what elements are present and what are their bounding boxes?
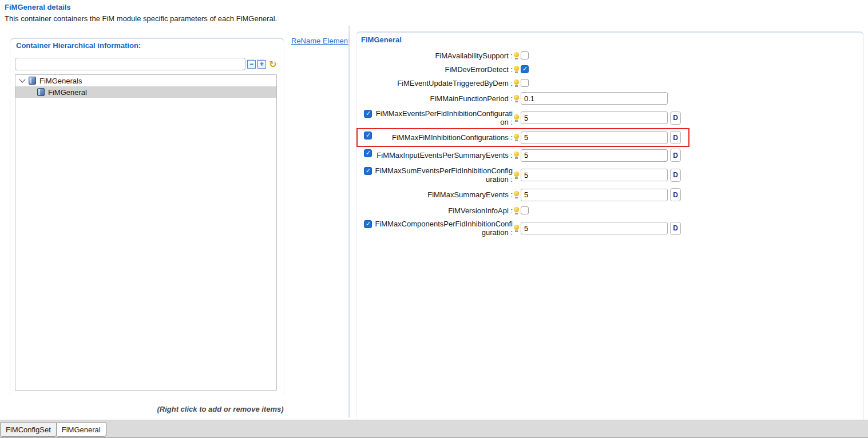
value-checkbox[interactable] — [521, 51, 529, 59]
sync-icon[interactable]: ↻ — [268, 60, 278, 69]
chevron-down-icon[interactable] — [19, 76, 25, 82]
param-label: FiMMaxComponentsPerFidInhibitionConfigur… — [374, 220, 513, 237]
form-row: FiMMaxSumEventsPerFidInhibitionConfigura… — [364, 166, 684, 184]
form-row: FiMMaxInputEventsPerSummaryEvents :D — [364, 149, 684, 162]
default-button[interactable]: D — [670, 222, 681, 235]
form-title: FiMGeneral — [361, 35, 402, 44]
tab-fimgeneral[interactable]: FiMGeneral — [56, 423, 106, 437]
default-button[interactable]: D — [670, 188, 681, 201]
form-row: FiMDevErrorDetect : — [364, 65, 684, 74]
default-button[interactable]: D — [670, 169, 681, 182]
default-button[interactable]: D — [670, 149, 681, 162]
row-lead-spacer — [364, 93, 372, 101]
value-input[interactable] — [521, 112, 668, 124]
value-input[interactable] — [521, 132, 668, 144]
form-row: FiMMaxEventsPerFidInhibitionConfiguratio… — [364, 109, 684, 126]
param-label: FiMAvailabilitySupport : — [374, 51, 513, 60]
param-label: FiMMainFunctionPeriod : — [374, 94, 513, 103]
hint-bulb-icon — [514, 191, 519, 198]
hint-bulb-icon — [514, 66, 519, 73]
tree-filter-input[interactable] — [15, 58, 245, 70]
value-checkbox[interactable] — [521, 206, 529, 214]
row-enable-checkbox[interactable] — [364, 167, 372, 175]
row-lead-spacer — [364, 189, 372, 197]
value-input[interactable] — [521, 92, 668, 105]
form-row: FiMVersionInfoApi : — [364, 206, 684, 215]
param-label: FiMMaxFiMInhibitionConfigurations : — [374, 133, 513, 142]
hint-bulb-icon — [514, 114, 519, 122]
param-label: FiMEventUpdateTriggeredByDem : — [374, 79, 513, 87]
rename-element-link[interactable]: ReName Element — [291, 37, 350, 45]
row-enable-checkbox[interactable] — [364, 149, 372, 157]
hint-bulb-icon — [514, 134, 519, 141]
hint-bulb-icon — [514, 152, 519, 159]
tab-fimconfigset[interactable]: FiMConfigSet — [0, 423, 57, 437]
expand-all-icon[interactable]: + — [257, 60, 266, 69]
param-label: FiMMaxSumEventsPerFidInhibitionConfigura… — [374, 166, 513, 184]
hint-bulb-icon — [514, 207, 519, 214]
row-enable-checkbox[interactable] — [364, 110, 372, 118]
tree-item-label: FiMGeneral — [48, 88, 87, 97]
row-lead-spacer — [364, 51, 372, 59]
collapse-all-icon[interactable]: − — [247, 60, 256, 69]
value-input[interactable] — [521, 169, 668, 181]
form-row: FiMMainFunctionPeriod : — [364, 92, 684, 105]
right-click-hint: (Right click to add or remove items) — [69, 405, 372, 413]
hint-bulb-icon — [514, 95, 519, 102]
value-checkbox[interactable] — [521, 79, 529, 87]
row-lead-spacer — [364, 79, 372, 87]
page-description: This container containers the FiM module… — [5, 14, 277, 23]
page-title: FiMGeneral details — [5, 3, 71, 11]
value-checkbox[interactable] — [521, 65, 529, 73]
param-label: FiMMaxEventsPerFidInhibitionConfiguratio… — [374, 109, 513, 126]
container-hierarchy-panel: Container Hierarchical information: − + … — [10, 38, 284, 396]
hint-bulb-icon — [514, 79, 519, 87]
param-label: FiMMaxSummaryEvents : — [374, 190, 513, 199]
row-lead-spacer — [364, 206, 372, 214]
default-button[interactable]: D — [670, 112, 681, 125]
value-input[interactable] — [521, 149, 668, 162]
form-row: FiMEventUpdateTriggeredByDem : — [364, 78, 684, 87]
parameter-form: FiMAvailabilitySupport :FiMDevErrorDetec… — [364, 51, 684, 241]
form-row: FiMMaxFiMInhibitionConfigurations :D — [364, 131, 684, 144]
container-hierarchy-title: Container Hierarchical information: — [16, 41, 141, 50]
tree-item-label: FiMGenerals — [39, 77, 82, 85]
form-row: FiMMaxSummaryEvents :D — [364, 188, 684, 201]
form-row: FiMMaxComponentsPerFidInhibitionConfigur… — [364, 220, 684, 237]
form-row: FiMAvailabilitySupport : — [364, 51, 684, 60]
row-enable-checkbox[interactable] — [364, 132, 372, 140]
editor-tab-bar: FiMConfigSetFiMGeneral — [0, 420, 868, 438]
tree-item[interactable]: FiMGenerals — [15, 75, 276, 86]
container-tree[interactable]: FiMGeneralsFiMGeneral — [15, 74, 277, 391]
panel-divider — [348, 26, 350, 418]
fimgeneral-form-panel: FiMGeneral FiMAvailabilitySupport :FiMDe… — [356, 31, 864, 421]
value-input[interactable] — [521, 222, 668, 234]
param-label: FiMMaxInputEventsPerSummaryEvents : — [374, 151, 513, 160]
param-label: FiMDevErrorDetect : — [374, 65, 513, 74]
default-button[interactable]: D — [670, 131, 681, 144]
value-input[interactable] — [521, 189, 668, 201]
container-icon — [29, 77, 36, 85]
row-enable-checkbox[interactable] — [364, 220, 372, 228]
hint-bulb-icon — [514, 52, 519, 59]
tree-item[interactable]: FiMGeneral — [15, 86, 276, 98]
row-lead-spacer — [364, 65, 372, 73]
param-label: FiMVersionInfoApi : — [374, 206, 513, 215]
editor-tabs: FiMConfigSetFiMGeneral — [0, 423, 106, 437]
container-icon — [37, 88, 45, 96]
hint-bulb-icon — [514, 172, 519, 179]
hint-bulb-icon — [514, 225, 519, 232]
